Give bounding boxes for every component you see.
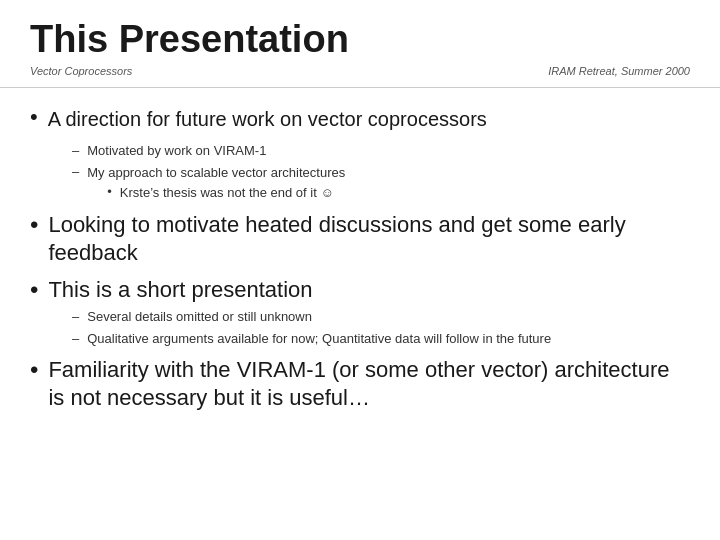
sub-sub-bullet-1-1-dot: • (107, 184, 112, 199)
sub-bullet-3-2: – Qualitative arguments available for no… (72, 330, 690, 348)
bullet-4-text: Familiarity with the VIRAM-1 (or some ot… (48, 356, 690, 413)
sub-bullet-3-1: – Several details omitted or still unkno… (72, 308, 690, 326)
title-bar: This Presentation (0, 0, 720, 65)
sub-bullet-3-2-text: Qualitative arguments available for now;… (87, 330, 551, 348)
sub-bullet-1-1-dash: – (72, 143, 79, 158)
sub-bullets-1: – Motivated by work on VIRAM-1 – My appr… (72, 142, 690, 203)
bullet-2: • Looking to motivate heated discussions… (30, 211, 690, 268)
sub-bullet-3-1-text: Several details omitted or still unknown (87, 308, 312, 326)
bullet-3-dot: • (30, 276, 38, 304)
sub-bullet-1-1-text: Motivated by work on VIRAM-1 (87, 142, 266, 160)
subtitle-right: IRAM Retreat, Summer 2000 (548, 65, 690, 77)
bullet-group-3: • This is a short presentation – Several… (30, 276, 690, 348)
sub-bullet-3-1-dash: – (72, 309, 79, 324)
sub-sub-bullet-1-1: • Krste’s thesis was not the end of it ☺ (107, 184, 345, 202)
bullet-group-2: • Looking to motivate heated discussions… (30, 211, 690, 268)
bullet-1: • A direction for future work on vector … (30, 106, 690, 132)
sub-bullet-3-2-dash: – (72, 331, 79, 346)
subtitle-left: Vector Coprocessors (30, 65, 132, 77)
sub-bullet-1-2: – My approach to scalable vector archite… (72, 163, 690, 202)
bullet-3: • This is a short presentation (30, 276, 690, 305)
bullet-group-4: • Familiarity with the VIRAM-1 (or some … (30, 356, 690, 413)
sub-bullet-1-2-text: My approach to scalable vector architect… (87, 165, 345, 180)
sub-sub-bullets-1: • Krste’s thesis was not the end of it ☺ (107, 184, 345, 202)
bullet-3-text: This is a short presentation (48, 276, 312, 305)
bullet-2-dot: • (30, 211, 38, 239)
slide-title: This Presentation (30, 18, 690, 61)
bullet-4-dot: • (30, 356, 38, 384)
bullet-4: • Familiarity with the VIRAM-1 (or some … (30, 356, 690, 413)
slide: This Presentation Vector Coprocessors IR… (0, 0, 720, 540)
sub-bullet-1-1: – Motivated by work on VIRAM-1 (72, 142, 690, 160)
sub-bullet-1-2-dash: – (72, 164, 79, 179)
subtitle-bar: Vector Coprocessors IRAM Retreat, Summer… (0, 65, 720, 88)
bullet-1-text: A direction for future work on vector co… (48, 106, 487, 132)
bullet-2-text: Looking to motivate heated discussions a… (48, 211, 690, 268)
sub-sub-bullet-1-1-text: Krste’s thesis was not the end of it ☺ (120, 184, 334, 202)
content-area: • A direction for future work on vector … (0, 98, 720, 431)
bullet-group-1: • A direction for future work on vector … (30, 106, 690, 203)
sub-bullets-3: – Several details omitted or still unkno… (72, 308, 690, 347)
bullet-1-dot: • (30, 104, 38, 130)
